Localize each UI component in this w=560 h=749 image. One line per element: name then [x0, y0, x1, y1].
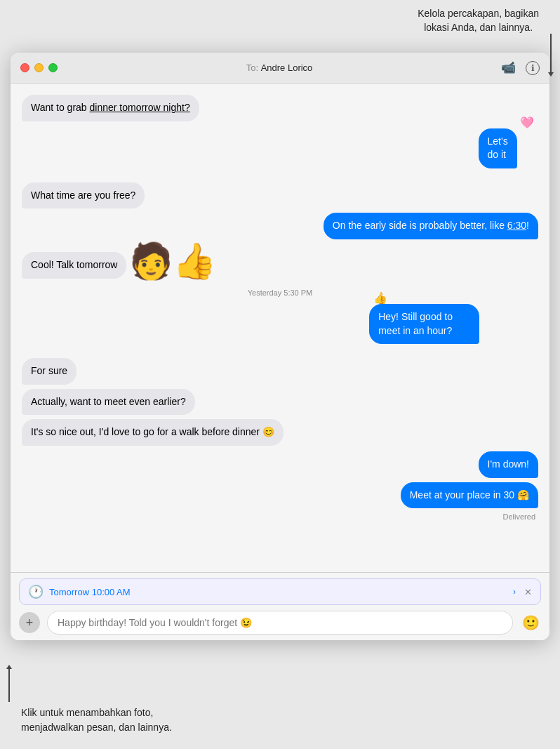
scheduled-banner[interactable]: 🕐 Tomorrow 10:00 AM › ✕: [19, 578, 541, 605]
compose-area: 🕐 Tomorrow 10:00 AM › ✕ + 🙂: [11, 572, 549, 640]
add-button[interactable]: +: [19, 612, 40, 633]
message-text: Let's do it: [488, 135, 508, 161]
message-text: Meet at your place in 30 🤗: [410, 489, 529, 501]
message-row: It's so nice out, I'd love to go for a w…: [22, 419, 538, 446]
minimize-button[interactable]: [34, 63, 44, 72]
bubble-received: For sure: [22, 358, 76, 385]
message-text: It's so nice out, I'd love to go for a w…: [31, 426, 274, 437]
annotation-bottom: Klik untuk menambahkan foto, menjadwalka…: [21, 705, 172, 735]
bubble-sent: Let's do it: [479, 128, 518, 168]
title-bar-actions: 📹 ℹ: [501, 60, 540, 75]
bubble-received: What time are you free?: [22, 183, 145, 209]
message-row: 🩷 Let's do it: [22, 128, 538, 168]
message-row: Meet at your place in 30 🤗: [22, 482, 538, 509]
delivered-status: Delivered: [22, 512, 538, 521]
bubble-sent: Hey! Still good to meet in an hour?: [369, 304, 479, 344]
bubble-sent: Meet at your place in 30 🤗: [401, 482, 538, 509]
emoji-button[interactable]: 🙂: [520, 612, 541, 633]
message-text: For sure: [31, 365, 67, 376]
video-call-icon[interactable]: 📹: [501, 60, 516, 75]
bubble-received: Want to grab dinner tomorrow night?: [22, 95, 199, 121]
message-row: Want to grab dinner tomorrow night?: [22, 95, 538, 121]
close-scheduled-button[interactable]: ✕: [524, 587, 532, 597]
plus-icon: +: [26, 616, 34, 630]
scheduled-text: Tomorrow 10:00 AM: [49, 587, 512, 597]
message-row: What time are you free?: [22, 183, 538, 209]
bubble-received: Actually, want to meet even earlier?: [22, 389, 195, 416]
message-row: 👍 Hey! Still good to meet in an hour?: [22, 304, 538, 344]
bubble-received: It's so nice out, I'd love to go for a w…: [22, 419, 284, 446]
message-text: Cool! Talk tomorrow: [31, 259, 117, 270]
traffic-lights: [20, 63, 58, 72]
bubble-sent: I'm down!: [479, 451, 538, 478]
maximize-button[interactable]: [48, 63, 58, 72]
input-row: + 🙂: [19, 611, 541, 635]
clock-icon: 🕐: [28, 584, 44, 599]
timestamp: Yesterday 5:30 PM: [22, 289, 538, 297]
bubble-sent: On the early side is probably better, li…: [324, 213, 538, 239]
message-row: Cool! Talk tomorrow 🧑👍: [22, 244, 538, 279]
title-bar-center: To: Andre Lorico: [58, 62, 501, 73]
close-button[interactable]: [20, 63, 29, 72]
messages-window: To: Andre Lorico 📹 ℹ Want to grab dinner…: [11, 53, 549, 640]
messages-area: Want to grab dinner tomorrow night? 🩷 Le…: [11, 84, 549, 572]
message-text: Hey! Still good to meet in an hour?: [378, 311, 453, 336]
title-bar: To: Andre Lorico 📹 ℹ: [11, 53, 549, 84]
message-text: On the early side is probably better, li…: [333, 220, 529, 231]
info-icon[interactable]: ℹ: [526, 61, 540, 75]
bubble-received: Cool! Talk tomorrow: [22, 252, 126, 279]
message-text: What time are you free?: [31, 190, 135, 201]
message-text: I'm down!: [488, 458, 529, 470]
message-text: Want to grab dinner tomorrow night?: [31, 102, 190, 113]
emoji-icon: 🙂: [522, 614, 540, 631]
message-text: Actually, want to meet even earlier?: [31, 396, 186, 407]
message-row: For sure: [22, 358, 538, 385]
memoji: 🧑👍: [129, 244, 216, 279]
message-row: I'm down!: [22, 451, 538, 478]
message-row: On the early side is probably better, li…: [22, 213, 538, 239]
annotation-top: Kelola percakapan, bagikan lokasi Anda, …: [418, 7, 539, 34]
chevron-icon: ›: [513, 587, 516, 597]
message-input[interactable]: [47, 611, 513, 635]
contact-name: Andre Lorico: [261, 62, 313, 73]
message-row: Actually, want to meet even earlier?: [22, 389, 538, 416]
to-label: To:: [246, 62, 261, 73]
